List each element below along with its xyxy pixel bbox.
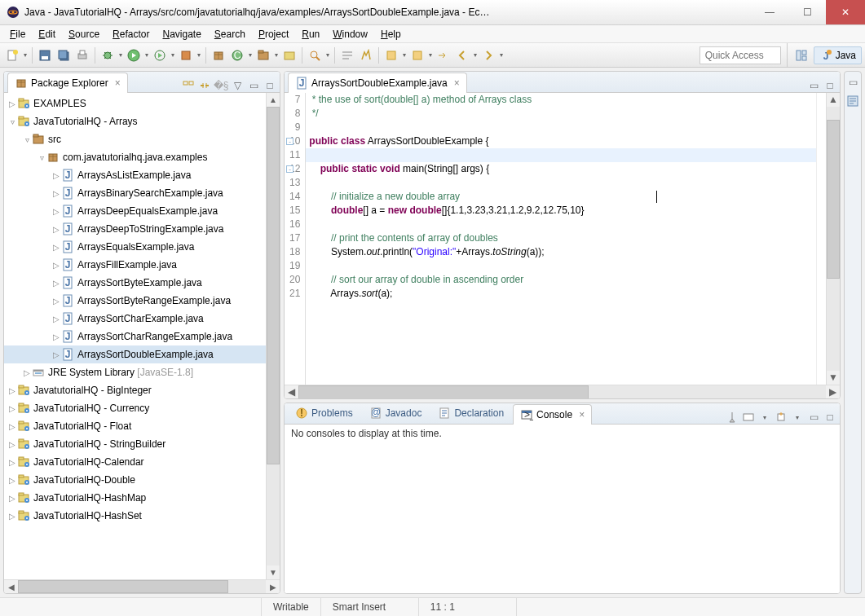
tree-item[interactable]: ▷JavaTutorialHQ-Double	[4, 471, 266, 489]
pin-console-button[interactable]	[726, 411, 739, 424]
overview-ruler[interactable]	[816, 93, 826, 385]
prev-annotation-dropdown[interactable]: ▾	[427, 46, 434, 64]
new-package-button[interactable]	[210, 46, 227, 64]
focus-task-button[interactable]: �§	[214, 79, 227, 92]
close-button[interactable]: ✕	[826, 0, 865, 24]
menu-window[interactable]: Window	[326, 27, 374, 42]
tree-item[interactable]: ▷ArraysSortByteRangeExample.java	[4, 292, 266, 310]
twisty-icon[interactable]: ▷	[51, 297, 61, 306]
twisty-icon[interactable]: ▷	[51, 332, 61, 341]
tree-item[interactable]: ▷ArraysSortDoubleExample.java	[4, 345, 266, 363]
twisty-icon[interactable]: ▷	[51, 207, 61, 216]
debug-button[interactable]	[99, 46, 117, 64]
tree-item[interactable]: ▷JavatutorialHQ - BigInteger	[4, 381, 266, 399]
tree-hscrollbar[interactable]: ◀▶	[4, 579, 280, 593]
search-button[interactable]	[306, 46, 324, 64]
tree-item[interactable]: ▷JavaTutorialHQ - Float	[4, 417, 266, 435]
editor-gutter[interactable]: 789101112131415161718192021--	[285, 93, 306, 385]
minimize-button[interactable]: —	[751, 0, 788, 24]
twisty-icon[interactable]: ▷	[51, 350, 61, 359]
twisty-icon[interactable]: ▷	[7, 386, 17, 395]
menu-file[interactable]: File	[3, 27, 32, 42]
display-console-dropdown[interactable]: ▾	[758, 411, 771, 424]
tab-javadoc[interactable]: Javadoc	[362, 403, 430, 424]
tab-declaration[interactable]: Declaration	[430, 403, 511, 424]
prev-annotation-button[interactable]	[408, 46, 426, 64]
view-menu-button[interactable]: ▽	[231, 79, 244, 92]
debug-dropdown[interactable]: ▾	[117, 46, 124, 64]
restore-button[interactable]: ▭	[849, 77, 858, 88]
tree-item[interactable]: ▷ArraysDeepToStringExample.java	[4, 220, 266, 238]
tree-item[interactable]: ▷ArraysSortCharRangeExample.java	[4, 328, 266, 345]
new-folder-button[interactable]	[254, 46, 272, 64]
outline-icon[interactable]	[846, 95, 859, 108]
tab-console[interactable]: Console×	[513, 404, 592, 425]
maximize-view-button[interactable]: □	[263, 79, 276, 92]
menu-edit[interactable]: Edit	[32, 27, 62, 42]
tree-item[interactable]: ▷ArraysSortCharExample.java	[4, 310, 266, 328]
open-type-button[interactable]	[280, 46, 298, 64]
external-tools-dropdown[interactable]: ▾	[196, 46, 202, 64]
twisty-icon[interactable]: ▷	[7, 476, 17, 485]
maximize-button[interactable]: ☐	[788, 0, 826, 24]
twisty-icon[interactable]: ▷	[51, 279, 61, 288]
editor-code-area[interactable]: * the use of sort(double[] a) method of …	[306, 93, 816, 385]
twisty-icon[interactable]: ▿	[37, 153, 46, 162]
maximize-editor-button[interactable]: □	[823, 79, 836, 92]
twisty-icon[interactable]: ▷	[7, 512, 17, 521]
menu-run[interactable]: Run	[295, 27, 326, 42]
tree-item[interactable]: ▷JavaTutorialHQ-HashMap	[4, 489, 266, 507]
search-dropdown[interactable]: ▾	[324, 46, 331, 64]
forward-dropdown[interactable]: ▾	[498, 46, 505, 64]
tree-item[interactable]: ▷ArraysBinarySearchExample.java	[4, 184, 266, 202]
tree-item[interactable]: ▿JavaTutorialHQ - Arrays	[4, 112, 266, 130]
quick-access-input[interactable]	[700, 46, 781, 64]
save-button[interactable]	[36, 46, 54, 64]
menu-search[interactable]: Search	[208, 27, 252, 42]
menu-help[interactable]: Help	[374, 27, 408, 42]
editor-tab[interactable]: ArraysSortDoubleExample.java ×	[288, 73, 467, 93]
back-dropdown[interactable]: ▾	[472, 46, 479, 64]
run-button[interactable]	[125, 46, 143, 64]
twisty-icon[interactable]: ▷	[51, 171, 61, 180]
new-class-dropdown[interactable]: ▾	[247, 46, 254, 64]
next-annotation-button[interactable]	[382, 46, 400, 64]
twisty-icon[interactable]: ▷	[7, 494, 17, 503]
twisty-icon[interactable]: ▷	[7, 404, 17, 413]
tree-item[interactable]: ▷ArraysSortByteExample.java	[4, 274, 266, 292]
tree-item[interactable]: ▷ArraysAsListExample.java	[4, 166, 266, 184]
twisty-icon[interactable]: ▷	[7, 458, 17, 467]
minimize-console-button[interactable]: ▭	[807, 411, 820, 424]
tree-item[interactable]: ▷JavaTutorialHQ-Calendar	[4, 453, 266, 471]
twisty-icon[interactable]: ▷	[7, 440, 17, 449]
collapse-all-button[interactable]	[182, 79, 195, 92]
run-dropdown[interactable]: ▾	[143, 46, 150, 64]
tree-item[interactable]: ▷ArraysDeepEqualsExample.java	[4, 202, 266, 220]
close-icon[interactable]: ×	[579, 409, 585, 420]
twisty-icon[interactable]: ▷	[51, 261, 61, 270]
next-annotation-dropdown[interactable]: ▾	[401, 46, 408, 64]
back-button[interactable]	[453, 46, 471, 64]
run-last-button[interactable]	[151, 46, 169, 64]
tree-vscrollbar[interactable]: ▲▼	[266, 93, 280, 579]
new-button[interactable]	[3, 46, 21, 64]
forward-button[interactable]	[479, 46, 497, 64]
toggle-breadcrumb-button[interactable]	[338, 46, 356, 64]
tree-item[interactable]: ▷ArraysEqualsExample.java	[4, 238, 266, 256]
menu-navigate[interactable]: Navigate	[156, 27, 207, 42]
new-dropdown[interactable]: ▾	[22, 46, 29, 64]
display-console-button[interactable]	[742, 411, 755, 424]
external-tools-button[interactable]	[177, 46, 195, 64]
new-folder-dropdown[interactable]: ▾	[273, 46, 280, 64]
close-icon[interactable]: ×	[454, 77, 460, 89]
tree-item[interactable]: ▷JRE System Library [JavaSE-1.8]	[4, 363, 266, 381]
twisty-icon[interactable]: ▷	[51, 243, 61, 252]
java-perspective-button[interactable]: Java	[814, 46, 862, 64]
new-console-dropdown[interactable]: ▾	[791, 411, 804, 424]
menu-source[interactable]: Source	[62, 27, 106, 42]
package-explorer-tab[interactable]: Package Explorer ×	[7, 73, 128, 93]
menu-refactor[interactable]: Refactor	[106, 27, 156, 42]
print-button[interactable]	[73, 46, 91, 64]
twisty-icon[interactable]: ▿	[7, 117, 17, 126]
toggle-mark-button[interactable]	[357, 46, 375, 64]
